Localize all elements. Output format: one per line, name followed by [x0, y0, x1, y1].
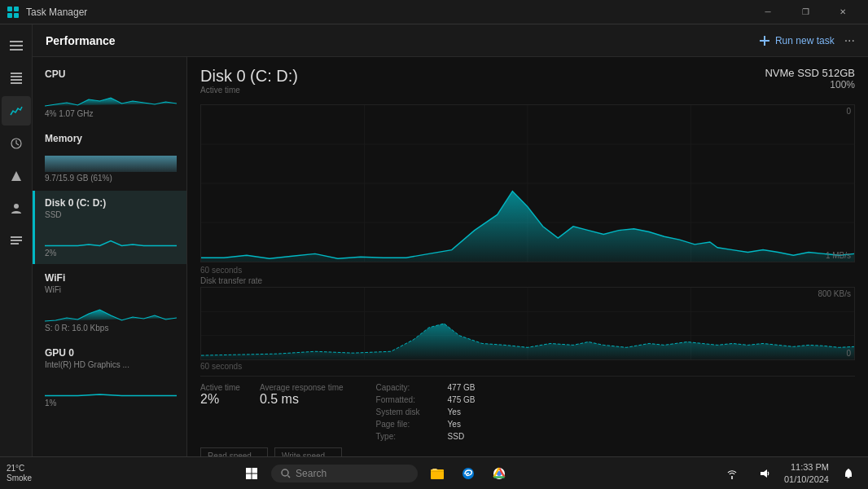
disk-sub: 2% [45, 249, 177, 258]
type-value: SSD [448, 432, 465, 441]
device-percent: 100% [765, 79, 855, 90]
disk-type: SSD [45, 210, 177, 219]
taskbar-center: Search [239, 460, 512, 487]
svg-rect-6 [10, 49, 23, 51]
svg-rect-8 [11, 76, 22, 77]
perf-item-gpu[interactable]: GPU 0 Intel(R) HD Graphics ... 1% [33, 341, 186, 414]
upper-chart-svg [201, 105, 854, 262]
system-disk-label: System disk [376, 408, 441, 416]
formatted-value: 475 GB [448, 395, 476, 404]
sidebar-icon-processes[interactable] [2, 64, 31, 93]
gpu-sub: 1% [45, 399, 177, 408]
sidebar-icon-performance[interactable] [2, 96, 31, 126]
cpu-label: CPU [45, 68, 177, 80]
svg-rect-10 [11, 82, 22, 84]
device-type: NVMe SSD 512GB [765, 67, 855, 79]
taskbar-pinned-apps [424, 460, 512, 487]
wifi-sub: S: 0 R: 16.0 Kbps [45, 324, 177, 333]
stat-response-time: Average response time 0.5 ms [260, 383, 344, 407]
restore-button[interactable]: ❐ [787, 0, 824, 24]
svg-rect-1 [14, 7, 19, 11]
sidebar-icon-menu[interactable] [2, 31, 31, 60]
svg-point-38 [282, 469, 288, 476]
taskbar-app-chrome[interactable] [486, 460, 512, 487]
svg-rect-15 [11, 240, 22, 241]
disk-mini-graph [45, 222, 177, 247]
capacity-label: Capacity: [376, 383, 441, 392]
minimize-button[interactable]: ─ [749, 0, 787, 24]
charts-wrapper: 0 1 MB/s 60 seconds Disk transfer rate [200, 104, 855, 372]
wifi-mini-graph [45, 297, 177, 322]
memory-sub: 9.7/15.9 GB (61%) [45, 174, 177, 183]
sidebar-icon-users[interactable] [2, 194, 31, 223]
wifi-type: WiFi [45, 285, 177, 294]
svg-rect-34 [246, 468, 252, 474]
perf-item-memory[interactable]: Memory 9.7/15.9 GB (61%) [33, 126, 186, 189]
volume-icon[interactable] [752, 460, 778, 487]
panel-header: Disk 0 (C: D:) Active time NVMe SSD 512G… [200, 67, 855, 101]
notification-icon[interactable] [835, 460, 861, 487]
svg-line-39 [288, 475, 291, 478]
sidebar-icon-history[interactable] [2, 129, 31, 158]
perf-item-cpu[interactable]: CPU 4% 1.07 GHz [33, 62, 186, 125]
panel-title-group: Disk 0 (C: D:) Active time [200, 67, 298, 101]
search-bar[interactable]: Search [271, 465, 418, 482]
weather-info: 21°C Smoke [7, 464, 32, 483]
close-button[interactable]: ✕ [824, 0, 861, 24]
content-area: Performance Run new task ··· CPU [33, 24, 868, 489]
perf-item-wifi[interactable]: WiFi WiFi S: 0 R: 16.0 Kbps [33, 266, 186, 339]
network-icon[interactable] [719, 460, 745, 487]
response-time-label: Average response time [260, 383, 344, 392]
svg-rect-9 [11, 79, 22, 81]
taskbar-right: 11:33 PM 01/10/2024 [719, 460, 861, 487]
svg-rect-40 [431, 469, 444, 479]
edge-icon [461, 466, 476, 481]
stats-row: Active time 2% Average response time 0.5… [200, 383, 855, 441]
notification-bell-icon [843, 468, 854, 479]
sidebar-icon-startup[interactable] [2, 161, 31, 191]
header-title: Performance [46, 34, 116, 47]
taskbar-left: 21°C Smoke [7, 464, 32, 483]
detail-row-type: Type: SSD [376, 432, 476, 441]
panel-title: Disk 0 (C: D:) [200, 67, 298, 86]
active-time-label: Active time [200, 383, 240, 392]
svg-rect-35 [252, 468, 258, 474]
formatted-label: Formatted: [376, 395, 441, 404]
svg-rect-41 [431, 471, 444, 472]
stat-active-time: Active time 2% [200, 383, 240, 407]
page-file-label: Page file: [376, 420, 441, 429]
svg-rect-2 [7, 13, 12, 18]
cpu-sub: 4% 1.07 GHz [45, 109, 177, 118]
more-options-button[interactable]: ··· [844, 33, 855, 48]
perf-item-disk[interactable]: Disk 0 (C: D:) SSD 2% [33, 191, 186, 264]
clock-date: 01/10/2024 [784, 474, 829, 485]
titlebar: Task Manager ─ ❐ ✕ [0, 0, 868, 24]
type-label: Type: [376, 432, 441, 441]
detail-row-system-disk: System disk Yes [376, 408, 476, 416]
time-label-lower: 60 seconds [200, 362, 855, 371]
response-time-value: 0.5 ms [260, 392, 344, 407]
sidebar-icon-details[interactable] [2, 227, 31, 256]
run-new-task-button[interactable]: Run new task [759, 35, 835, 46]
taskbar-app-explorer[interactable] [424, 460, 450, 487]
svg-rect-5 [10, 45, 23, 46]
wifi-status-icon [726, 468, 738, 479]
chart-lower-top-label: 800 KB/s [818, 289, 851, 298]
cpu-mini-graph [45, 83, 177, 108]
svg-rect-46 [848, 477, 850, 478]
svg-rect-16 [11, 243, 19, 244]
svg-point-13 [14, 204, 19, 209]
svg-rect-0 [7, 7, 12, 11]
titlebar-title: Task Manager [26, 7, 87, 18]
taskbar-app-edge[interactable] [455, 460, 481, 487]
clock-time: 11:33 PM [784, 461, 829, 473]
start-button[interactable] [239, 460, 265, 487]
titlebar-controls: ─ ❐ ✕ [749, 0, 861, 24]
memory-mini-graph [45, 148, 177, 172]
weather-temp: 21°C [7, 464, 32, 474]
chrome-icon [492, 466, 506, 481]
search-placeholder: Search [296, 468, 327, 479]
weather-condition: Smoke [7, 474, 32, 483]
svg-rect-19 [760, 40, 769, 42]
add-icon [759, 35, 770, 46]
